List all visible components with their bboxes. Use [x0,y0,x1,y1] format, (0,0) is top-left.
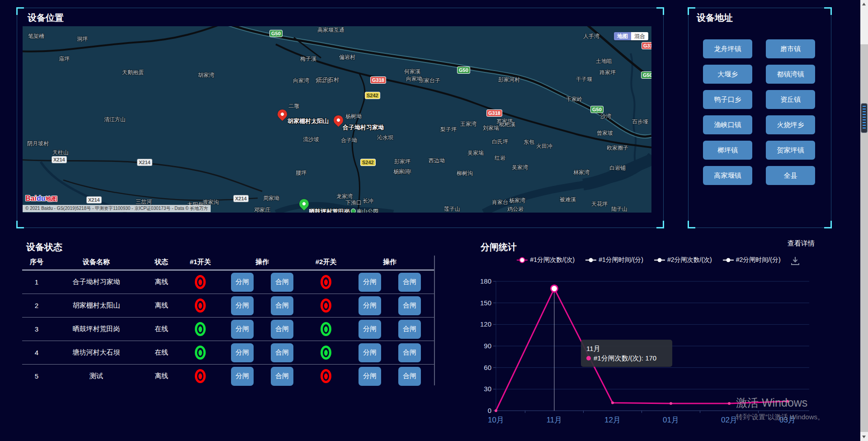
map-label: 邓家庄 [254,206,270,213]
close-switch-button[interactable]: 合闸 [271,367,293,386]
map-type-hybrid-button[interactable]: 混合 [631,32,648,40]
corner-accent [656,7,664,15]
cell-status: 离线 [142,301,181,310]
switch1-indicator-red [195,369,206,383]
switch1-indicator-green [195,346,206,360]
legend-label: #2分闸时间/(分) [736,256,781,264]
table-row: 2胡家棚村太阳山离线分闸合闸分闸合闸 [22,294,434,318]
column-header: 操作 [347,258,433,266]
address-button-磨市镇[interactable]: 磨市镇 [766,39,815,58]
baidu-map[interactable]: 笔架槽洞坪天鹅抱蛋胡家湾高家堰互通梅子溪紫金寨二墩张家台子彭家河村千家岭百步垭王… [23,26,651,213]
map-label: 鸡公岩 [507,205,524,213]
corner-accent [16,221,24,228]
address-button-榔坪镇[interactable]: 榔坪镇 [703,141,752,160]
address-button-高家堰镇[interactable]: 高家堰镇 [703,166,752,185]
legend-item[interactable]: #2分闸时间/(分) [723,256,781,264]
road-badge-X214: X214 [137,159,152,166]
legend-item[interactable]: #1分闸次数/(次) [517,256,575,264]
address-button-鸭子口乡[interactable]: 鸭子口乡 [703,90,752,109]
scroll-up-arrow-icon[interactable] [862,3,866,5]
map-label: 林家湾 [573,169,590,176]
table-scrollbar[interactable] [434,256,435,385]
cell-operations: 分闸合闸 [219,367,305,386]
open-switch-button[interactable]: 分闸 [359,296,381,315]
column-header: #1开关 [181,258,219,266]
map-label: 笔架槽 [28,33,44,40]
cell-index: 2 [22,302,51,309]
cell-switch1 [181,322,219,336]
address-button-全县[interactable]: 全县 [766,166,815,185]
corner-accent [16,7,24,15]
address-button-都镇湾镇[interactable]: 都镇湾镇 [766,65,815,84]
close-switch-button[interactable]: 合闸 [398,273,421,292]
y-axis-label: 180 [480,277,491,285]
close-switch-button[interactable]: 合闸 [398,320,421,339]
address-button-火烧坪乡[interactable]: 火烧坪乡 [766,115,815,134]
dashboard-page: 设备位置 [0,0,868,441]
address-button-龙舟坪镇[interactable]: 龙舟坪镇 [703,39,752,58]
address-button-大堰乡[interactable]: 大堰乡 [703,65,752,84]
open-switch-button[interactable]: 分闸 [359,343,381,362]
switch1-indicator-green [195,322,206,336]
switch2-indicator-red [321,275,331,289]
scroll-down-arrow-icon[interactable] [862,436,866,438]
scrollbar-thumb[interactable] [861,103,868,133]
address-button-渔峡口镇[interactable]: 渔峡口镇 [703,115,752,134]
legend-item[interactable]: #1分闸时间/(分) [585,256,643,264]
operation-buttons: 分闸合闸 [231,296,293,315]
highlighted-data-point [551,285,558,292]
chart-tooltip: 11月 #1分闸次数/(次): 170 [581,340,672,367]
corner-accent [688,221,695,228]
legend-item[interactable]: #2分闸次数/(次) [654,256,712,264]
corner-accent [688,7,695,15]
road-badge-X214: X214 [52,156,67,163]
map-label: 火田冲 [536,142,552,150]
open-switch-button[interactable]: 分闸 [359,320,381,339]
map-label: 庙坪 [59,55,70,63]
map-type-control: 地图 混合 [614,32,648,40]
cell-switch1 [181,369,219,383]
x-axis-label: 01月 [663,416,679,424]
map-label: 欧家圈子 [607,144,628,152]
legend-marker [517,260,528,261]
scrollbar-top-track[interactable] [860,0,868,44]
legend-marker [723,260,734,261]
close-switch-button[interactable]: 合闸 [271,320,293,339]
open-switch-button[interactable]: 分闸 [231,296,254,315]
close-switch-button[interactable]: 合闸 [271,296,293,315]
open-switch-button[interactable]: 分闸 [359,273,381,292]
operation-buttons: 分闸合闸 [231,343,293,362]
open-switch-button[interactable]: 分闸 [359,367,381,386]
address-button-贺家坪镇[interactable]: 贺家坪镇 [766,141,815,160]
address-button-资丘镇[interactable]: 资丘镇 [766,90,815,109]
open-switch-button[interactable]: 分闸 [231,320,254,339]
map-label: 东包 [524,138,534,146]
x-axis-label: 10月 [488,416,504,424]
cell-operations: 分闸合闸 [347,320,433,339]
baidu-logo[interactable]: Baidu地图 [25,194,57,203]
view-details-link[interactable]: 查看详情 [788,239,815,248]
close-switch-button[interactable]: 合闸 [398,296,421,315]
map-label: 路家坪 [599,69,616,76]
watermark-line2: 转到“设置”以激活 Windows。 [736,413,824,422]
cell-operations: 分闸合闸 [347,343,433,362]
legend-label: #1分闸时间/(分) [599,256,643,264]
x-axis-label: 02月 [721,416,737,424]
close-switch-button[interactable]: 合闸 [271,343,293,362]
map-label: 何家溪 [404,68,420,76]
cell-index: 1 [22,278,51,286]
close-switch-button[interactable]: 合闸 [398,367,421,386]
map-label: 枇杷溪 [499,121,515,128]
close-switch-button[interactable]: 合闸 [398,343,421,362]
map-type-map-button[interactable]: 地图 [614,32,631,40]
scrollbar-bottom-track[interactable] [860,432,868,441]
browser-scrollbar[interactable] [860,0,868,441]
open-switch-button[interactable]: 分闸 [231,367,254,386]
switch2-indicator-green [321,322,331,336]
open-switch-button[interactable]: 分闸 [231,273,254,292]
open-switch-button[interactable]: 分闸 [231,343,254,362]
map-label: 红岩 [495,154,505,162]
cell-device-name: 胡家棚村太阳山 [51,301,142,310]
table-header-row: 序号设备名称状态#1开关操作#2开关操作 [22,254,434,270]
close-switch-button[interactable]: 合闸 [271,273,293,292]
